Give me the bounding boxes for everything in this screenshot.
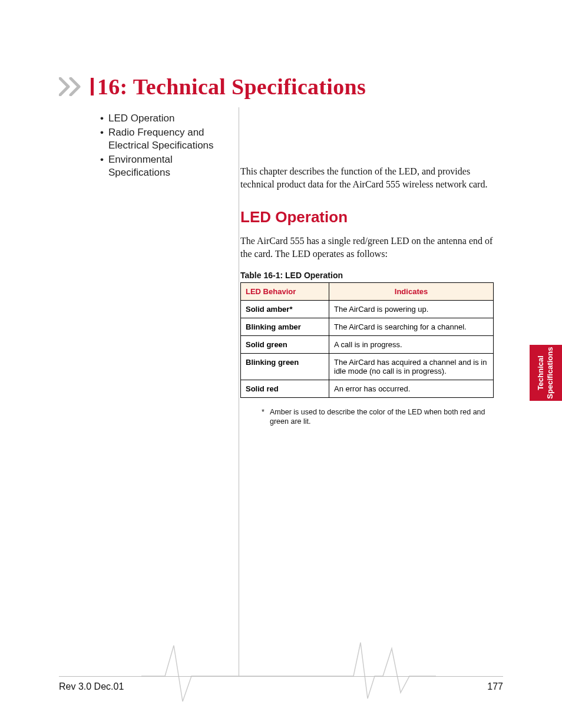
toc-item: Environmental Specifications bbox=[100, 153, 230, 179]
table-cell-indicates: A call is in progress. bbox=[329, 335, 494, 353]
footer-revision: Rev 3.0 Dec.01 bbox=[59, 681, 124, 692]
toc-label: Environmental Specifications bbox=[108, 154, 173, 178]
column-separator bbox=[239, 107, 239, 676]
toc-label: Radio Frequency and Electrical Specifica… bbox=[108, 127, 214, 151]
table-row: Blinking amber The AirCard is searching … bbox=[241, 318, 494, 335]
footer-page-number: 177 bbox=[487, 681, 503, 692]
table-header: Indicates bbox=[329, 282, 494, 300]
section-title-led-operation: LED Operation bbox=[240, 208, 494, 226]
footnote-text: Amber is used to describe the color of t… bbox=[270, 408, 485, 426]
table-cell-indicates: The AirCard is powering up. bbox=[329, 300, 494, 318]
table-caption: Table 16-1: LED Operation bbox=[240, 271, 494, 280]
toc-label: LED Operation bbox=[108, 113, 174, 124]
table-header: LED Behavior bbox=[241, 282, 329, 300]
led-operation-table: LED Behavior Indicates Solid amber* The … bbox=[240, 282, 494, 398]
table-cell-behavior: Solid amber* bbox=[241, 300, 329, 318]
waveform-decoration-icon bbox=[141, 634, 436, 704]
side-tab: Technical Specifications bbox=[530, 345, 562, 401]
chapter-toc: LED Operation Radio Frequency and Electr… bbox=[100, 112, 230, 180]
table-row: Solid green A call is in progress. bbox=[241, 335, 494, 353]
table-cell-behavior: Blinking green bbox=[241, 353, 329, 380]
table-cell-indicates: The AirCard has acquired a channel and i… bbox=[329, 353, 494, 380]
table-cell-indicates: The AirCard is searching for a channel. bbox=[329, 318, 494, 335]
toc-item: LED Operation bbox=[100, 112, 230, 125]
table-row: Solid amber* The AirCard is powering up. bbox=[241, 300, 494, 318]
table-row: Blinking green The AirCard has acquired … bbox=[241, 353, 494, 380]
footer-separator bbox=[59, 676, 503, 677]
table-cell-behavior: Blinking amber bbox=[241, 318, 329, 335]
table-cell-indicates: An error has occurred. bbox=[329, 380, 494, 397]
side-tab-line: Specifications bbox=[546, 347, 555, 398]
toc-item: Radio Frequency and Electrical Specifica… bbox=[100, 126, 230, 152]
side-tab-line: Technical bbox=[537, 355, 546, 390]
chapter-heading: 16: Technical Specifications bbox=[59, 74, 366, 100]
chapter-intro: This chapter describes the function of t… bbox=[240, 165, 494, 192]
footnote-marker: * bbox=[262, 407, 265, 417]
table-cell-behavior: Solid red bbox=[241, 380, 329, 397]
table-cell-behavior: Solid green bbox=[241, 335, 329, 353]
page-footer: Rev 3.0 Dec.01 177 bbox=[59, 681, 503, 692]
double-chevron-icon bbox=[59, 77, 88, 96]
table-row: Solid red An error has occurred. bbox=[241, 380, 494, 397]
section-body: The AirCard 555 has a single red/green L… bbox=[240, 235, 494, 261]
table-footnote: * Amber is used to describe the color of… bbox=[240, 407, 494, 427]
heading-bar-icon bbox=[91, 78, 94, 95]
chapter-title: 16: Technical Specifications bbox=[97, 74, 366, 100]
